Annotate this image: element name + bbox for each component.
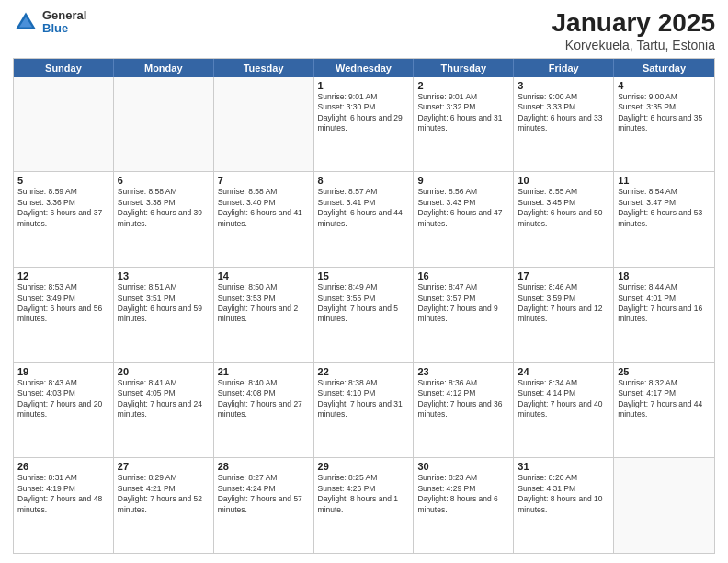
calendar-cell: 15Sunrise: 8:49 AM Sunset: 3:55 PM Dayli… [314,268,415,362]
day-info: Sunrise: 8:38 AM Sunset: 4:10 PM Dayligh… [318,378,410,420]
weekday-header: Sunday [14,59,114,77]
calendar-cell: 14Sunrise: 8:50 AM Sunset: 3:53 PM Dayli… [214,268,314,362]
calendar-cell: 19Sunrise: 8:43 AM Sunset: 4:03 PM Dayli… [14,363,114,458]
day-info: Sunrise: 8:32 AM Sunset: 4:17 PM Dayligh… [618,378,711,420]
weekday-header: Friday [514,59,614,77]
calendar-cell: 30Sunrise: 8:23 AM Sunset: 4:29 PM Dayli… [414,458,514,553]
day-info: Sunrise: 8:20 AM Sunset: 4:31 PM Dayligh… [518,473,609,515]
day-number: 6 [118,175,210,186]
day-info: Sunrise: 8:49 AM Sunset: 3:55 PM Dayligh… [318,282,410,325]
page-subtitle: Korvekuela, Tartu, Estonia [552,38,715,52]
calendar-cell: 28Sunrise: 8:27 AM Sunset: 4:24 PM Dayli… [214,458,314,553]
page: General Blue January 2025 Korvekuela, Ta… [0,0,728,563]
logo-general: General [42,9,86,22]
calendar-cell: 10Sunrise: 8:55 AM Sunset: 3:45 PM Dayli… [514,172,614,267]
calendar-cell [614,458,714,553]
day-number: 25 [618,366,711,377]
calendar-cell: 17Sunrise: 8:46 AM Sunset: 3:59 PM Dayli… [514,268,614,362]
day-info: Sunrise: 9:01 AM Sunset: 3:30 PM Dayligh… [318,92,410,134]
calendar-cell [114,77,214,172]
day-number: 15 [318,270,410,282]
calendar-cell [214,77,314,172]
day-info: Sunrise: 8:40 AM Sunset: 4:08 PM Dayligh… [218,378,310,420]
day-info: Sunrise: 8:47 AM Sunset: 3:57 PM Dayligh… [417,282,509,325]
calendar-cell: 3Sunrise: 9:00 AM Sunset: 3:33 PM Daylig… [514,77,614,172]
calendar-cell: 25Sunrise: 8:32 AM Sunset: 4:17 PM Dayli… [614,363,714,458]
calendar-cell: 22Sunrise: 8:38 AM Sunset: 4:10 PM Dayli… [314,363,415,458]
day-number: 10 [518,175,609,186]
day-info: Sunrise: 8:51 AM Sunset: 3:51 PM Dayligh… [118,282,210,325]
day-number: 14 [218,270,310,282]
day-number: 18 [618,270,711,282]
day-number: 8 [318,175,410,186]
day-number: 24 [518,366,609,377]
day-info: Sunrise: 8:27 AM Sunset: 4:24 PM Dayligh… [218,473,310,515]
weekday-header: Wednesday [314,59,415,77]
calendar-cell: 23Sunrise: 8:36 AM Sunset: 4:12 PM Dayli… [414,363,514,458]
calendar-cell: 12Sunrise: 8:53 AM Sunset: 3:49 PM Dayli… [14,268,114,362]
day-info: Sunrise: 8:43 AM Sunset: 4:03 PM Dayligh… [17,378,109,420]
day-info: Sunrise: 8:36 AM Sunset: 4:12 PM Dayligh… [417,378,509,420]
day-number: 7 [218,175,310,186]
day-info: Sunrise: 8:50 AM Sunset: 3:53 PM Dayligh… [218,282,310,325]
day-number: 31 [518,461,609,472]
weekday-header: Monday [114,59,214,77]
calendar-cell: 13Sunrise: 8:51 AM Sunset: 3:51 PM Dayli… [114,268,214,362]
day-number: 17 [518,270,609,282]
logo-icon [13,9,39,35]
page-title: January 2025 [552,9,715,38]
day-number: 30 [417,461,509,472]
day-number: 23 [417,366,509,377]
calendar-cell: 20Sunrise: 8:41 AM Sunset: 4:05 PM Dayli… [114,363,214,458]
calendar-body: 1Sunrise: 9:01 AM Sunset: 3:30 PM Daylig… [14,77,714,553]
calendar-header: SundayMondayTuesdayWednesdayThursdayFrid… [14,59,714,77]
day-number: 1 [318,80,410,91]
day-info: Sunrise: 9:00 AM Sunset: 3:33 PM Dayligh… [518,92,609,134]
logo: General Blue [13,9,86,36]
day-info: Sunrise: 8:46 AM Sunset: 3:59 PM Dayligh… [518,282,609,325]
day-info: Sunrise: 8:58 AM Sunset: 3:40 PM Dayligh… [218,187,310,229]
calendar-row: 1Sunrise: 9:01 AM Sunset: 3:30 PM Daylig… [14,77,714,173]
calendar-row: 12Sunrise: 8:53 AM Sunset: 3:49 PM Dayli… [14,268,714,363]
day-number: 16 [417,270,509,282]
calendar-cell: 8Sunrise: 8:57 AM Sunset: 3:41 PM Daylig… [314,172,415,267]
day-info: Sunrise: 9:00 AM Sunset: 3:35 PM Dayligh… [618,92,711,134]
calendar-cell: 31Sunrise: 8:20 AM Sunset: 4:31 PM Dayli… [514,458,614,553]
day-info: Sunrise: 8:54 AM Sunset: 3:47 PM Dayligh… [618,187,711,229]
day-info: Sunrise: 8:56 AM Sunset: 3:43 PM Dayligh… [417,187,509,229]
logo-text: General Blue [42,9,86,36]
day-number: 20 [118,366,210,377]
weekday-header: Thursday [414,59,514,77]
calendar-cell [14,77,114,172]
day-info: Sunrise: 9:01 AM Sunset: 3:32 PM Dayligh… [417,92,509,134]
calendar-cell: 26Sunrise: 8:31 AM Sunset: 4:19 PM Dayli… [14,458,114,553]
calendar-cell: 24Sunrise: 8:34 AM Sunset: 4:14 PM Dayli… [514,363,614,458]
day-info: Sunrise: 8:58 AM Sunset: 3:38 PM Dayligh… [118,187,210,229]
logo-blue: Blue [42,22,86,35]
day-info: Sunrise: 8:41 AM Sunset: 4:05 PM Dayligh… [118,378,210,420]
calendar-cell: 7Sunrise: 8:58 AM Sunset: 3:40 PM Daylig… [214,172,314,267]
title-block: January 2025 Korvekuela, Tartu, Estonia [552,9,715,52]
day-number: 4 [618,80,711,91]
calendar-row: 5Sunrise: 8:59 AM Sunset: 3:36 PM Daylig… [14,172,714,268]
day-info: Sunrise: 8:55 AM Sunset: 3:45 PM Dayligh… [518,187,609,229]
day-number: 26 [17,461,109,472]
day-number: 28 [218,461,310,472]
header: General Blue January 2025 Korvekuela, Ta… [13,9,715,52]
day-info: Sunrise: 8:34 AM Sunset: 4:14 PM Dayligh… [518,378,609,420]
day-number: 27 [118,461,210,472]
calendar-cell: 5Sunrise: 8:59 AM Sunset: 3:36 PM Daylig… [14,172,114,267]
calendar-cell: 29Sunrise: 8:25 AM Sunset: 4:26 PM Dayli… [314,458,415,553]
calendar-row: 26Sunrise: 8:31 AM Sunset: 4:19 PM Dayli… [14,458,714,553]
calendar-cell: 21Sunrise: 8:40 AM Sunset: 4:08 PM Dayli… [214,363,314,458]
calendar-cell: 4Sunrise: 9:00 AM Sunset: 3:35 PM Daylig… [614,77,714,172]
calendar-cell: 9Sunrise: 8:56 AM Sunset: 3:43 PM Daylig… [414,172,514,267]
day-info: Sunrise: 8:44 AM Sunset: 4:01 PM Dayligh… [618,282,711,325]
day-number: 22 [318,366,410,377]
calendar: SundayMondayTuesdayWednesdayThursdayFrid… [13,58,715,554]
day-info: Sunrise: 8:25 AM Sunset: 4:26 PM Dayligh… [318,473,410,515]
day-number: 19 [17,366,109,377]
calendar-cell: 2Sunrise: 9:01 AM Sunset: 3:32 PM Daylig… [414,77,514,172]
day-number: 9 [417,175,509,186]
day-info: Sunrise: 8:57 AM Sunset: 3:41 PM Dayligh… [318,187,410,229]
